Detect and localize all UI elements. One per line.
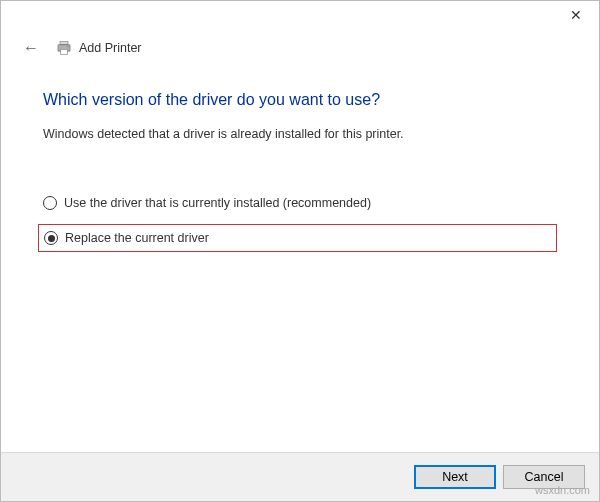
close-button[interactable]: ✕ [553, 1, 599, 29]
wizard-title: Add Printer [79, 41, 142, 55]
radio-use-current[interactable]: Use the driver that is currently install… [43, 196, 557, 210]
radio-replace-driver[interactable]: Replace the current driver [44, 231, 209, 245]
dialog-window: ✕ ← Add Printer Which version of the dri… [0, 0, 600, 502]
page-subtext: Windows detected that a driver is alread… [43, 127, 557, 141]
radio-icon [44, 231, 58, 245]
highlighted-option: Replace the current driver [38, 224, 557, 252]
svg-rect-0 [60, 41, 68, 44]
close-icon: ✕ [570, 7, 582, 23]
svg-rect-2 [61, 49, 68, 54]
wizard-header: ← Add Printer [1, 33, 599, 63]
titlebar: ✕ [1, 1, 599, 33]
watermark-text: wsxdn.com [535, 484, 590, 496]
radio-label: Replace the current driver [65, 231, 209, 245]
page-heading: Which version of the driver do you want … [43, 91, 557, 109]
dialog-footer: Next Cancel [1, 452, 599, 501]
radio-label: Use the driver that is currently install… [64, 196, 371, 210]
content-area: Which version of the driver do you want … [1, 63, 599, 452]
next-button[interactable]: Next [414, 465, 496, 489]
radio-selected-dot [48, 235, 55, 242]
printer-icon [55, 40, 73, 56]
driver-option-group: Use the driver that is currently install… [43, 196, 557, 252]
back-button[interactable]: ← [19, 37, 43, 59]
svg-point-3 [67, 46, 68, 47]
radio-icon [43, 196, 57, 210]
